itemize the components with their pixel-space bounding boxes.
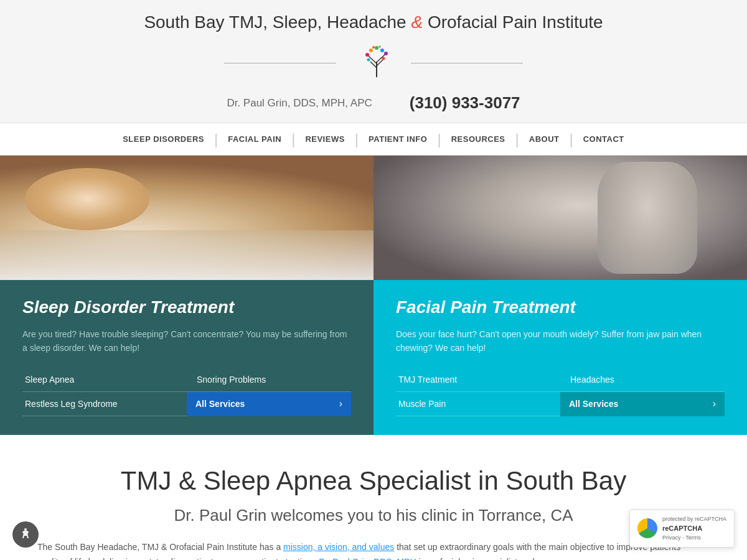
pain-description: Does your face hurt? Can't open your mou… (396, 327, 725, 355)
nav-item-facial-pain[interactable]: FACIAL PAIN (219, 123, 290, 155)
pain-link-tmj[interactable]: TMJ Treatment (396, 368, 560, 392)
logo-container (355, 40, 398, 86)
recaptcha-badge: protected by reCAPTCHA reCAPTCHA Privacy… (629, 510, 735, 548)
tmj-link[interactable]: TMJ Treatment (398, 375, 457, 385)
nav-link-reviews[interactable]: REVIEWS (296, 123, 353, 155)
sleep-apnea-link[interactable]: Sleep Apnea (25, 375, 74, 385)
pain-link-headaches[interactable]: Headaches (560, 368, 725, 392)
sleep-service-links: Sleep Apnea Snoring Problems Restless Le… (22, 368, 351, 416)
main-text-4: is orofacial pain specialist and (416, 557, 535, 560)
header-right-rule (411, 63, 523, 63)
recaptcha-logo (637, 518, 657, 538)
svg-point-11 (367, 58, 370, 62)
accessibility-button[interactable] (12, 521, 39, 548)
nav-item-reviews[interactable]: REVIEWS (296, 123, 353, 155)
recaptcha-brand: reCAPTCHA (662, 523, 726, 534)
muscle-pain-link[interactable]: Muscle Pain (398, 399, 446, 409)
doctor-link[interactable]: Dr. Paul Grin, DDS, MPH (319, 557, 416, 560)
doctor-name: Dr. Paul Grin, DDS, MPH, APC (227, 97, 372, 110)
nav-item-about[interactable]: ABOUT (520, 123, 568, 155)
recaptcha-line1: protected by reCAPTCHA (662, 515, 726, 524)
pain-content: Facial Pain Treatment Does your face hur… (374, 280, 747, 435)
svg-point-9 (384, 52, 388, 55)
sleep-link-restless[interactable]: Restless Leg Syndrome (22, 392, 187, 416)
nav-separator-1: | (213, 123, 219, 155)
pain-all-services-btn[interactable]: All Services › (560, 392, 725, 416)
nav-link-facial-pain[interactable]: FACIAL PAIN (219, 123, 290, 155)
nav-link-about[interactable]: ABOUT (520, 123, 568, 155)
svg-point-13 (378, 45, 381, 48)
nav-list: SLEEP DISORDERS | FACIAL PAIN | REVIEWS … (0, 123, 747, 155)
main-title: TMJ & Sleep Apnea Specialist in South Ba… (37, 466, 710, 496)
pain-panel: Facial Pain Treatment Does your face hur… (374, 156, 747, 435)
nav-separator-3: | (354, 123, 360, 155)
svg-point-8 (380, 49, 384, 52)
sleep-panel: Sleep Disorder Treatment Are you tired? … (0, 156, 374, 435)
nav-separator-6: | (568, 123, 574, 155)
snoring-link[interactable]: Snoring Problems (197, 375, 266, 385)
nav-item-contact[interactable]: CONTACT (575, 123, 633, 155)
main-text-1: The South Bay Headache, TMJ & Orofacial … (37, 542, 283, 552)
recaptcha-text: protected by reCAPTCHA reCAPTCHA Privacy… (662, 515, 726, 543)
svg-point-5 (365, 53, 369, 57)
headaches-link[interactable]: Headaches (570, 375, 614, 385)
sleep-all-services-btn[interactable]: All Services › (187, 392, 351, 416)
sleep-link-apnea[interactable]: Sleep Apnea (22, 368, 187, 392)
restless-leg-link[interactable]: Restless Leg Syndrome (25, 399, 118, 409)
svg-point-7 (375, 46, 378, 50)
site-title: South Bay TMJ, Sleep, Headache & Orofaci… (0, 12, 747, 32)
nav-link-patient-info[interactable]: PATIENT INFO (360, 123, 436, 155)
pain-person-figure (374, 156, 747, 280)
nav-item-patient-info[interactable]: PATIENT INFO (360, 123, 436, 155)
header-left-rule (224, 63, 336, 63)
sleep-link-snoring[interactable]: Snoring Problems (187, 368, 351, 392)
main-paragraph: The South Bay Headache, TMJ & Orofacial … (37, 540, 710, 560)
pain-heading: Facial Pain Treatment (396, 297, 725, 317)
nav-link-contact[interactable]: CONTACT (575, 123, 633, 155)
sleep-image (0, 156, 374, 280)
nav-link-resources[interactable]: RESOURCES (443, 123, 514, 155)
sleep-all-services-link[interactable]: All Services (195, 399, 245, 409)
nav-item-resources[interactable]: RESOURCES (443, 123, 514, 155)
tree-logo (355, 40, 398, 83)
pain-link-muscle[interactable]: Muscle Pain (396, 392, 560, 416)
header-left-info (224, 63, 336, 63)
main-nav: SLEEP DISORDERS | FACIAL PAIN | REVIEWS … (0, 123, 747, 156)
hero-section: Sleep Disorder Treatment Are you tired? … (0, 156, 747, 435)
svg-point-14 (24, 528, 27, 531)
mission-link[interactable]: mission, a vision, and values (283, 542, 394, 552)
nav-link-sleep-disorders[interactable]: SLEEP DISORDERS (114, 123, 213, 155)
svg-point-10 (382, 57, 385, 60)
phone-number[interactable]: (310) 933-3077 (410, 93, 520, 113)
header-middle-row (0, 40, 747, 86)
sleep-all-services-arrow: › (339, 398, 342, 409)
pain-service-links: TMJ Treatment Headaches Muscle Pain All … (396, 368, 725, 416)
header-info-row: Dr. Paul Grin, DDS, MPH, APC (310) 933-3… (0, 88, 747, 123)
nav-item-sleep-disorders[interactable]: SLEEP DISORDERS (114, 123, 213, 155)
ampersand: & (411, 12, 427, 32)
accessibility-icon (18, 527, 33, 542)
svg-point-12 (372, 46, 375, 49)
sleep-heading: Sleep Disorder Treatment (22, 297, 351, 317)
sleep-content: Sleep Disorder Treatment Are you tired? … (0, 280, 374, 435)
nav-separator-2: | (290, 123, 296, 155)
svg-line-2 (377, 60, 383, 66)
pain-all-services-link[interactable]: All Services (569, 399, 618, 409)
svg-point-6 (369, 49, 373, 52)
recaptcha-line2: Privacy - Terms (662, 534, 726, 543)
header: South Bay TMJ, Sleep, Headache & Orofaci… (0, 0, 747, 123)
pain-image (374, 156, 747, 280)
main-subtitle: Dr. Paul Grin welcomes you to his clinic… (37, 506, 710, 525)
pain-all-services-arrow: › (713, 398, 716, 409)
nav-separator-5: | (514, 123, 520, 155)
sleep-person-figure (0, 156, 374, 280)
sleep-description: Are you tired? Have trouble sleeping? Ca… (22, 327, 351, 355)
nav-separator-4: | (436, 123, 442, 155)
